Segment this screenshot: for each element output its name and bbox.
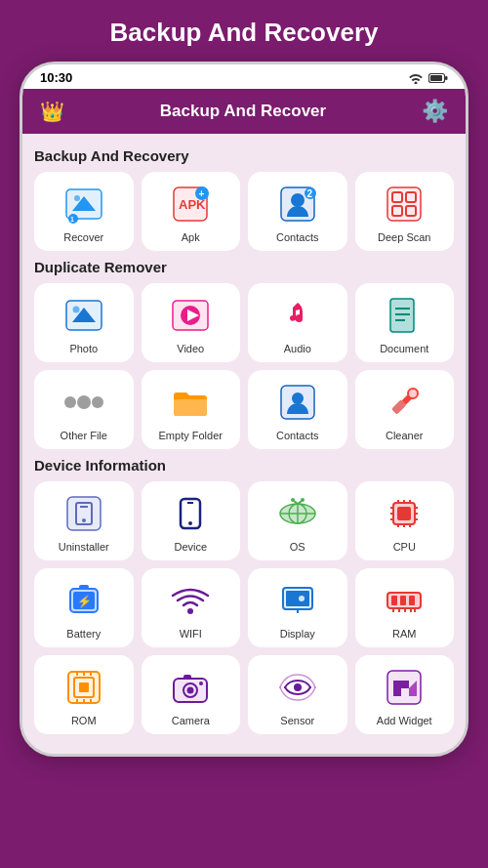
svg-rect-104 bbox=[79, 682, 89, 692]
contacts-backup-icon: 2 bbox=[277, 184, 318, 225]
cpu-item[interactable]: CPU bbox=[355, 481, 455, 560]
cpu-icon bbox=[384, 493, 425, 534]
battery-label: Battery bbox=[66, 628, 101, 640]
deepscan-label: Deep Scan bbox=[378, 231, 430, 243]
svg-point-54 bbox=[188, 521, 192, 525]
contacts-dup-item[interactable]: Contacts bbox=[248, 370, 347, 449]
svg-text:2: 2 bbox=[306, 188, 312, 199]
os-label: OS bbox=[290, 541, 305, 553]
device-item[interactable]: Device bbox=[142, 481, 241, 560]
recover-label: Recover bbox=[63, 231, 103, 243]
ram-icon bbox=[384, 580, 425, 621]
camera-item[interactable]: Camera bbox=[142, 655, 241, 734]
os-icon-wrap bbox=[275, 491, 320, 536]
svg-point-64 bbox=[301, 498, 305, 502]
os-item[interactable]: OS bbox=[248, 481, 347, 560]
backup-grid: 1 Recover APK + Apk bbox=[34, 172, 454, 251]
svg-point-6 bbox=[74, 195, 80, 201]
emptyfolder-item[interactable]: Empty Folder bbox=[142, 370, 241, 449]
svg-point-85 bbox=[187, 608, 193, 614]
page-title: Backup And Recovery bbox=[109, 18, 378, 48]
display-icon bbox=[277, 580, 318, 621]
app-header: 👑 Backup And Recover ⚙️ bbox=[22, 89, 466, 134]
otherfile-item[interactable]: Other File bbox=[34, 370, 134, 449]
os-icon bbox=[277, 493, 318, 534]
camera-icon bbox=[170, 667, 211, 708]
battery-icon-wrap: ⚡ bbox=[61, 578, 106, 623]
svg-point-116 bbox=[199, 682, 203, 685]
svg-point-88 bbox=[299, 596, 305, 601]
status-icons bbox=[408, 72, 448, 84]
contacts-dup-label: Contacts bbox=[276, 430, 318, 441]
duplicate-grid: Photo Video bbox=[34, 283, 454, 449]
wifi-icon bbox=[170, 580, 211, 621]
addwidget-label: Add Widget bbox=[377, 715, 432, 726]
section-device-title: Device Information bbox=[34, 457, 454, 474]
svg-text:+: + bbox=[199, 188, 205, 199]
recover-icon-wrap: 1 bbox=[61, 182, 106, 227]
document-label: Document bbox=[380, 343, 428, 354]
document-item[interactable]: Document bbox=[355, 283, 455, 362]
svg-point-40 bbox=[64, 396, 76, 408]
cleaner-icon-wrap bbox=[382, 380, 427, 425]
otherfile-icon-wrap bbox=[61, 380, 106, 425]
svg-point-41 bbox=[92, 396, 103, 408]
battery-item[interactable]: ⚡ Battery bbox=[34, 568, 134, 647]
display-label: Display bbox=[280, 628, 315, 640]
svg-text:1: 1 bbox=[70, 216, 74, 223]
settings-icon[interactable]: ⚙️ bbox=[422, 99, 448, 124]
emptyfolder-icon bbox=[170, 382, 211, 423]
recover-item[interactable]: 1 Recover bbox=[34, 172, 134, 251]
ram-icon-wrap bbox=[382, 578, 427, 623]
photo-icon bbox=[63, 295, 104, 336]
svg-point-114 bbox=[187, 687, 194, 694]
svg-point-16 bbox=[291, 193, 305, 207]
uninstaller-label: Uninstaller bbox=[59, 541, 109, 553]
apk-item[interactable]: APK + Apk bbox=[142, 172, 241, 251]
svg-rect-115 bbox=[183, 675, 191, 680]
addwidget-item[interactable]: Add Widget bbox=[355, 655, 455, 734]
wifi-item[interactable]: WIFI bbox=[142, 568, 241, 647]
audio-label: Audio bbox=[284, 343, 311, 354]
camera-label: Camera bbox=[172, 715, 210, 726]
sensor-item[interactable]: Sensor bbox=[248, 655, 347, 734]
wifi-icon-wrap bbox=[168, 578, 213, 623]
battery-status-icon bbox=[428, 72, 448, 84]
rom-item[interactable]: ROM bbox=[34, 655, 134, 734]
contacts-backup-icon-wrap: 2 bbox=[275, 182, 320, 227]
uninstaller-item[interactable]: Uninstaller bbox=[34, 481, 134, 560]
phone-frame: 10:30 👑 Backup And Recover ⚙️ Backup And… bbox=[20, 62, 468, 757]
sensor-icon bbox=[277, 667, 318, 708]
photo-item[interactable]: Photo bbox=[34, 283, 134, 362]
device-icon-wrap bbox=[168, 491, 213, 536]
content-area: Backup And Recovery 1 Recover bbox=[22, 134, 466, 754]
display-item[interactable]: Display bbox=[248, 568, 347, 647]
audio-icon bbox=[277, 295, 318, 336]
status-time: 10:30 bbox=[40, 70, 72, 85]
cpu-icon-wrap bbox=[382, 491, 427, 536]
sensor-icon-wrap bbox=[275, 665, 320, 710]
ram-label: RAM bbox=[392, 628, 416, 640]
rom-icon-wrap bbox=[61, 665, 106, 710]
svg-point-63 bbox=[291, 498, 295, 502]
contacts-backup-item[interactable]: 2 Contacts bbox=[248, 172, 347, 251]
ram-item[interactable]: RAM bbox=[355, 568, 455, 647]
svg-point-117 bbox=[294, 683, 302, 691]
photo-icon-wrap bbox=[61, 293, 106, 338]
svg-point-47 bbox=[408, 389, 418, 398]
section-backup-title: Backup And Recovery bbox=[34, 147, 454, 164]
cleaner-item[interactable]: Cleaner bbox=[355, 370, 455, 449]
svg-point-28 bbox=[72, 307, 79, 313]
video-item[interactable]: Video bbox=[142, 283, 241, 362]
svg-point-51 bbox=[82, 518, 86, 522]
svg-text:⚡: ⚡ bbox=[77, 594, 92, 608]
contacts-dup-icon bbox=[277, 382, 318, 423]
audio-item[interactable]: Audio bbox=[248, 283, 347, 362]
app-header-title: Backup And Recover bbox=[160, 102, 326, 121]
otherfile-label: Other File bbox=[61, 430, 107, 441]
uninstaller-icon-wrap bbox=[61, 491, 106, 536]
svg-rect-2 bbox=[445, 76, 448, 80]
svg-rect-95 bbox=[409, 596, 415, 605]
deepscan-item[interactable]: Deep Scan bbox=[355, 172, 455, 251]
apk-icon-wrap: APK + bbox=[168, 182, 213, 227]
